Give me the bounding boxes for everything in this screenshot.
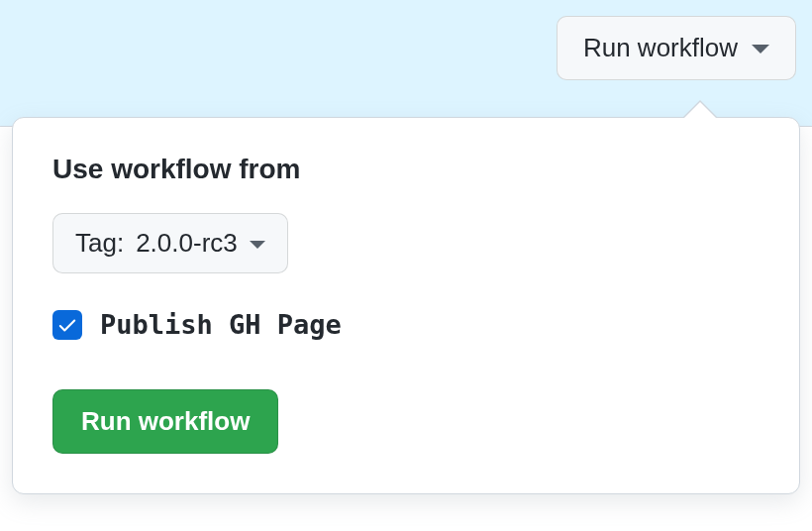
caret-down-icon bbox=[752, 45, 769, 53]
use-workflow-from-title: Use workflow from bbox=[52, 154, 760, 185]
caret-down-icon bbox=[250, 241, 265, 249]
checkmark-icon bbox=[56, 314, 78, 336]
run-workflow-trigger-label: Run workflow bbox=[583, 33, 738, 63]
run-workflow-submit-label: Run workflow bbox=[81, 406, 250, 436]
publish-gh-page-option: Publish GH Page bbox=[52, 309, 760, 340]
run-workflow-submit-button[interactable]: Run workflow bbox=[52, 389, 278, 454]
branch-selector-prefix: Tag: bbox=[75, 228, 124, 259]
branch-tag-selector[interactable]: Tag: 2.0.0-rc3 bbox=[52, 213, 288, 273]
publish-gh-page-label[interactable]: Publish GH Page bbox=[100, 309, 342, 340]
run-workflow-dropdown-trigger[interactable]: Run workflow bbox=[557, 16, 796, 80]
run-workflow-panel: Use workflow from Tag: 2.0.0-rc3 Publish… bbox=[12, 117, 800, 494]
publish-gh-page-checkbox[interactable] bbox=[52, 310, 82, 340]
branch-selector-value: 2.0.0-rc3 bbox=[136, 228, 238, 259]
dropdown-pointer bbox=[682, 100, 718, 118]
